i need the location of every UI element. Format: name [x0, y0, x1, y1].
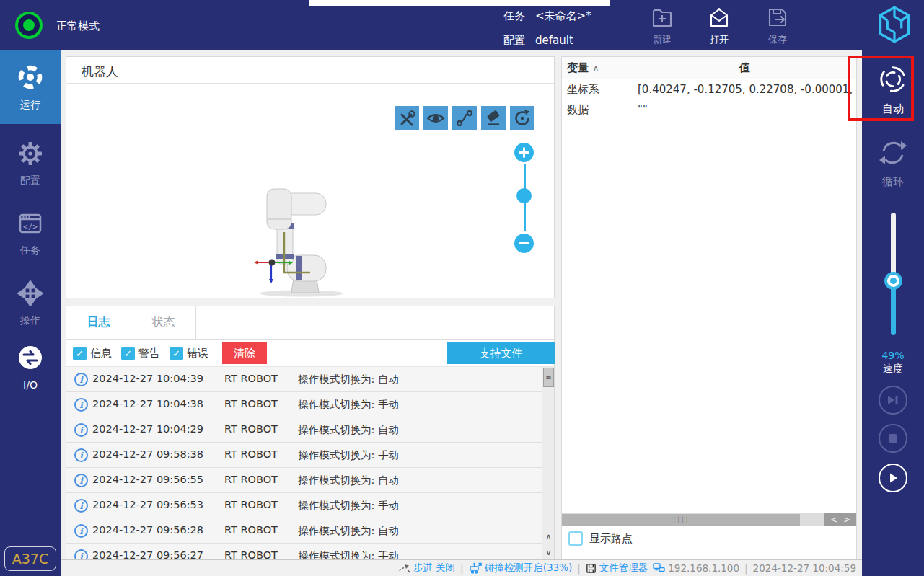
clear-log-button[interactable]: 清除 [222, 342, 267, 364]
log-message: 操作模式切换为: 自动 [298, 423, 399, 437]
log-row[interactable]: i 2024-12-27 09:56:55 RT ROBOT 操作模式切换为: … [66, 468, 554, 493]
auto-mode-button[interactable]: 自动 [862, 63, 924, 116]
log-row[interactable]: i 2024-12-27 10:04:29 RT ROBOT 操作模式切换为: … [66, 417, 554, 443]
loop-label: 循环 [882, 175, 904, 189]
collision-status[interactable]: 碰撞检测开启(33%) [469, 562, 573, 575]
variable-name: 坐标系 [562, 83, 633, 97]
device-badge[interactable]: A37C [4, 546, 56, 571]
path-button[interactable] [452, 106, 477, 130]
sidebar-item-io[interactable]: I/O [0, 337, 61, 396]
eye-button[interactable] [423, 106, 448, 130]
support-file-button[interactable]: 支持文件 [447, 342, 555, 364]
log-filter-checkbox[interactable]: ✓ 信息 [73, 347, 112, 360]
file-manager-icon [586, 563, 597, 574]
file-manager-button[interactable]: 文件管理器 [586, 562, 648, 575]
filter-label: 错误 [187, 347, 208, 360]
log-source: RT ROBOT [224, 549, 278, 560]
variable-row[interactable]: 坐标系 [0.40247, -0.12705, 0.22708, -0.0000… [562, 79, 856, 99]
checkbox-checked-icon[interactable]: ✓ [121, 347, 135, 360]
open-task-button[interactable]: 打开 [696, 6, 742, 46]
scroll-up-icon[interactable]: ∧ [542, 528, 555, 544]
log-filter-checkbox[interactable]: ✓ 警告 [121, 347, 160, 360]
log-scrollbar-thumb[interactable]: ≡ [543, 368, 554, 387]
log-timestamp: 2024-12-27 09:56:28 [92, 524, 203, 536]
new-task-label: 新建 [639, 33, 685, 46]
scroll-left-icon[interactable]: < [830, 515, 837, 525]
datetime: 2024-12-27 10:04:59 [753, 562, 856, 574]
horizontal-scrollbar-thumb[interactable]: ││││ [562, 514, 800, 526]
rotate-button[interactable] [510, 106, 534, 130]
info-icon: i [74, 524, 88, 538]
chevron-up-icon: ∧ [593, 63, 599, 73]
column-header-variable[interactable]: 变量 ∧ [562, 57, 633, 79]
log-row[interactable]: i 2024-12-27 10:04:38 RT ROBOT 操作模式切换为: … [66, 392, 554, 417]
log-row[interactable]: i 2024-12-27 10:04:39 RT ROBOT 操作模式切换为: … [66, 367, 554, 392]
checkbox-checked-icon[interactable]: ✓ [170, 347, 183, 360]
stop-button[interactable] [879, 424, 907, 453]
step-forward-button[interactable] [879, 386, 907, 415]
save-task-button[interactable]: 保存 [754, 6, 801, 46]
app-logo-icon [876, 5, 913, 47]
log-filter-checkbox[interactable]: ✓ 错误 [170, 347, 208, 360]
log-source: RT ROBOT [224, 524, 278, 536]
tab-status[interactable]: 状态 [131, 306, 196, 339]
open-task-label: 打开 [696, 33, 742, 46]
step-arrow-icon [399, 564, 410, 573]
io-sync-icon [17, 344, 44, 373]
robot-3d-view[interactable] [251, 187, 348, 300]
log-scrollbar[interactable]: ≡ ∧ ∨ [542, 367, 554, 560]
log-timestamp: 2024-12-27 09:56:27 [92, 549, 203, 560]
top-edge-widget [309, 0, 610, 6]
gear-icon [17, 141, 43, 169]
sidebar-item-run[interactable]: 运行 [0, 50, 61, 124]
zoom-out-button[interactable] [514, 234, 534, 253]
step-status[interactable]: 步进 关闭 [399, 562, 455, 575]
log-message: 操作模式切换为: 手动 [298, 549, 399, 560]
sidebar-item-label: 运行 [20, 99, 40, 112]
show-waypoints-checkbox[interactable]: 显示路点 [568, 531, 633, 546]
log-message: 操作模式切换为: 自动 [298, 373, 399, 386]
log-message: 操作模式切换为: 手动 [298, 448, 399, 462]
scroll-down-icon[interactable]: ∨ [542, 544, 555, 560]
log-row[interactable]: i 2024-12-27 09:56:27 RT ROBOT 操作模式切换为: … [66, 544, 554, 560]
config-label: 配置 [503, 31, 525, 50]
log-row[interactable]: i 2024-12-27 09:56:53 RT ROBOT 操作模式切换为: … [66, 493, 554, 518]
save-task-label: 保存 [754, 33, 801, 46]
sidebar-item-label: 操作 [20, 314, 40, 327]
filter-label: 信息 [90, 347, 112, 360]
log-source: RT ROBOT [224, 423, 278, 435]
tab-log[interactable]: 日志 [66, 306, 131, 339]
network-address[interactable]: 192.168.1.100 [653, 562, 739, 574]
new-task-button[interactable]: 新建 [639, 6, 685, 46]
auto-swirl-icon [876, 63, 910, 99]
separator: | [744, 562, 748, 574]
config-name-value[interactable]: default [535, 31, 573, 50]
zoom-slider-handle[interactable] [516, 188, 532, 203]
log-filter-bar: ✓ 信息 ✓ 警告 ✓ 错误 清除 支持文件 [66, 340, 554, 367]
log-tab-bar: 日志 状态 [66, 306, 554, 340]
separator: | [577, 562, 581, 574]
horizontal-scrollbar[interactable]: ││││ < > [562, 513, 856, 526]
loop-button[interactable]: 循环 [862, 137, 924, 189]
scroll-right-icon[interactable]: > [843, 515, 850, 525]
info-icon: i [74, 373, 88, 386]
task-name-value[interactable]: <未命名>* [535, 6, 591, 25]
zoom-in-button[interactable] [514, 143, 534, 162]
log-row[interactable]: i 2024-12-27 09:58:38 RT ROBOT 操作模式切换为: … [66, 443, 554, 468]
variable-row[interactable]: 数据 "" [562, 99, 856, 120]
eraser-button[interactable] [481, 106, 506, 130]
sidebar-item-task[interactable]: </> 任务 [0, 202, 61, 265]
sidebar-item-operate[interactable]: 操作 [0, 272, 61, 335]
checkbox-unchecked-icon[interactable] [568, 531, 583, 546]
tools-button[interactable] [395, 106, 419, 130]
separator: | [460, 562, 464, 574]
log-row[interactable]: i 2024-12-27 09:56:28 RT ROBOT 操作模式切换为: … [66, 518, 554, 544]
sidebar-item-config[interactable]: 配置 [0, 132, 61, 195]
checkbox-checked-icon[interactable]: ✓ [73, 347, 87, 360]
log-panel: 日志 状态 ✓ 信息 ✓ 警告 ✓ 错误 清除 支持文件 i [66, 306, 555, 559]
info-icon: i [74, 423, 88, 437]
info-icon: i [74, 549, 88, 560]
column-header-value[interactable]: 值 [633, 57, 856, 79]
speed-slider-handle[interactable] [884, 272, 902, 290]
play-button[interactable] [879, 464, 907, 492]
